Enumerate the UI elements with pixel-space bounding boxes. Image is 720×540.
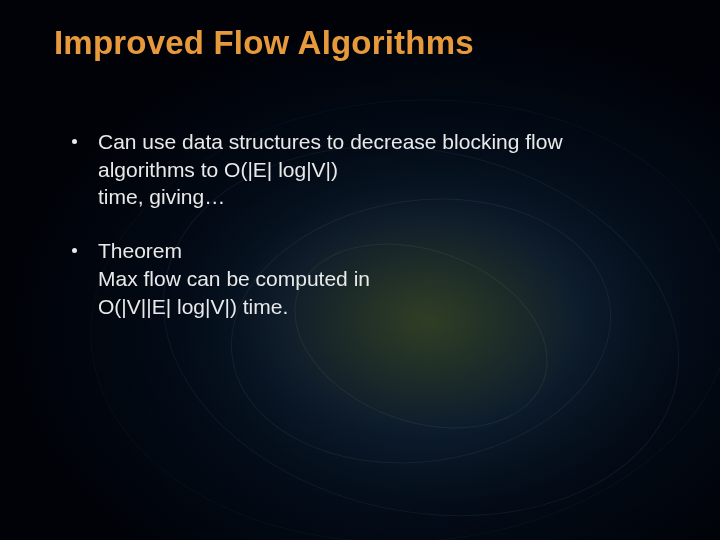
- slide: Improved Flow Algorithms Can use data st…: [0, 0, 720, 540]
- slide-title: Improved Flow Algorithms: [54, 24, 474, 62]
- bullet-line: time, giving…: [98, 183, 660, 211]
- bullet-line: Can use data structures to decrease bloc…: [98, 128, 660, 156]
- bullet-line: O(|V||E| log|V|) time.: [98, 293, 660, 321]
- bullet-item: Can use data structures to decrease bloc…: [72, 128, 660, 211]
- bullet-line: Theorem: [98, 237, 660, 265]
- bullet-dot-icon: [72, 139, 77, 144]
- bullet-dot-icon: [72, 248, 77, 253]
- bullet-item: Theorem Max flow can be computed in O(|V…: [72, 237, 660, 320]
- bullet-line: Max flow can be computed in: [98, 265, 660, 293]
- slide-body: Can use data structures to decrease bloc…: [72, 128, 660, 346]
- bullet-line: algorithms to O(|E| log|V|): [98, 156, 660, 184]
